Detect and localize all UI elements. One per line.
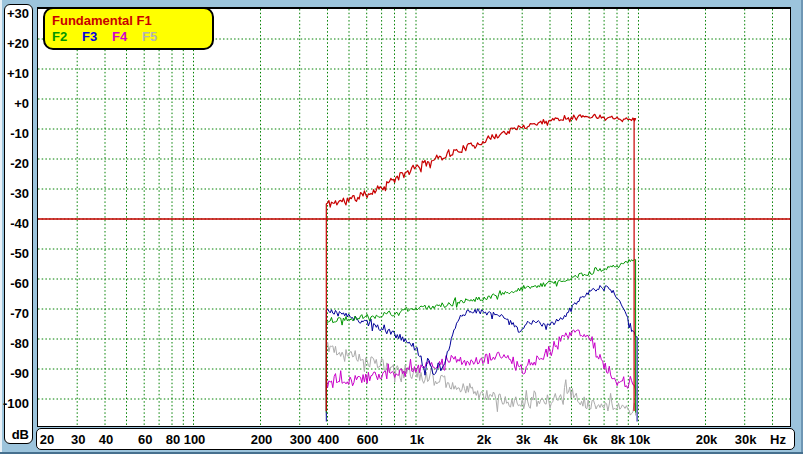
x-axis-label: 600 xyxy=(357,433,379,446)
y-axis-label: +20 xyxy=(7,37,29,50)
x-axis-label: 4k xyxy=(544,433,558,446)
y-axis-unit: dB xyxy=(12,428,29,441)
spectrum-chart xyxy=(38,9,790,426)
legend-item-f2: F2 xyxy=(52,29,82,45)
x-axis-label: 20k xyxy=(696,433,718,446)
x-axis-scale: 20304060801002003004006001k2k3k4k6k8k10k… xyxy=(36,428,795,450)
grid-vertical-lines xyxy=(77,9,772,426)
x-axis-label: 8k xyxy=(611,433,625,446)
window-edge-highlight xyxy=(0,0,2,454)
legend-item-f4: F4 xyxy=(112,29,142,45)
x-axis-unit: Hz xyxy=(770,433,786,446)
x-axis-label: 100 xyxy=(184,433,206,446)
x-axis-label: 30 xyxy=(71,433,85,446)
legend-box: Fundamental F1 F2F3F4F5 xyxy=(43,7,214,50)
x-axis-label: 6k xyxy=(583,433,597,446)
y-axis-label: -10 xyxy=(10,127,29,140)
x-axis-label: 80 xyxy=(166,433,180,446)
y-axis-label: -30 xyxy=(10,187,29,200)
y-axis-label: +30 xyxy=(7,7,29,20)
legend-title-f1: Fundamental F1 xyxy=(52,12,212,29)
y-axis-label: -90 xyxy=(10,367,29,380)
x-axis-label: 60 xyxy=(138,433,152,446)
x-axis-label: 1k xyxy=(410,433,424,446)
x-axis-label: 400 xyxy=(318,433,340,446)
y-axis-label: -100 xyxy=(3,397,29,410)
legend-item-f3: F3 xyxy=(82,29,112,45)
y-axis-label: -20 xyxy=(10,157,29,170)
y-axis-label: -70 xyxy=(10,307,29,320)
measurement-window: { "window": { "background_color": "#9CC4… xyxy=(0,0,803,454)
x-axis-label: 40 xyxy=(99,433,113,446)
y-axis-label: -60 xyxy=(10,277,29,290)
x-axis-label: 2k xyxy=(477,433,491,446)
x-axis-label: 200 xyxy=(251,433,273,446)
x-axis-label: 10k xyxy=(629,433,651,446)
y-axis-label: -40 xyxy=(10,217,29,230)
curve-f3 xyxy=(326,286,637,422)
y-axis-label: -80 xyxy=(10,337,29,350)
x-axis-label: 20 xyxy=(40,433,54,446)
x-axis-label: 3k xyxy=(516,433,530,446)
legend-item-f5: F5 xyxy=(142,29,172,45)
y-axis-label: +0 xyxy=(14,97,29,110)
legend-harmonics-row: F2F3F4F5 xyxy=(52,29,212,45)
spectrum-plot-area[interactable] xyxy=(37,7,791,427)
x-axis-label: 300 xyxy=(290,433,312,446)
y-axis-label: -50 xyxy=(10,247,29,260)
y-axis-scale: +30+20+10+0-10-20-30-40-50-60-70-80-90-1… xyxy=(4,4,33,444)
x-axis-label: 30k xyxy=(735,433,757,446)
y-axis-label: +10 xyxy=(7,67,29,80)
curve-f4 xyxy=(326,330,635,396)
curve-f1 xyxy=(326,114,635,411)
